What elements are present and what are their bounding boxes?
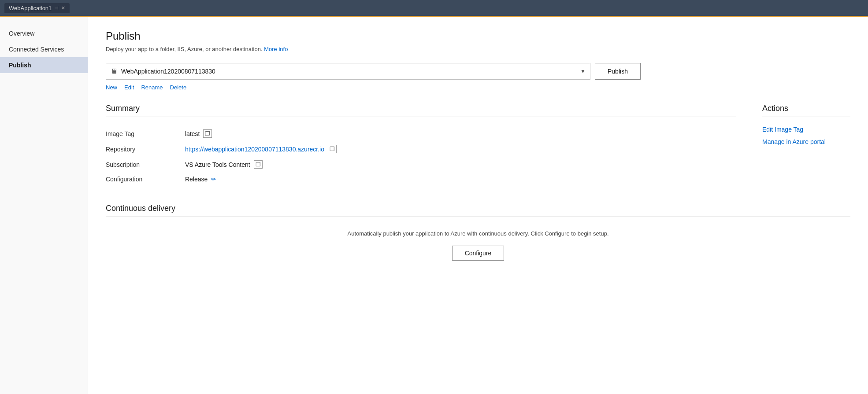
configure-button[interactable]: Configure	[452, 246, 504, 261]
summary-actions-row: Summary Image Tag latest ❐ Repository ht…	[106, 104, 850, 186]
delete-link[interactable]: Delete	[170, 84, 187, 91]
summary-section: Summary Image Tag latest ❐ Repository ht…	[106, 104, 736, 186]
more-info-link[interactable]: More info	[264, 46, 288, 52]
page-title: Publish	[106, 30, 850, 42]
manage-azure-portal-link[interactable]: Manage in Azure portal	[762, 138, 850, 145]
profile-select-value[interactable]: WebApplication120200807113830	[121, 68, 577, 75]
edit-image-tag-link[interactable]: Edit Image Tag	[762, 126, 850, 133]
close-icon[interactable]: ✕	[61, 5, 65, 11]
subscription-value: VS Azure Tools Content ❐	[185, 160, 263, 169]
continuous-delivery-title: Continuous delivery	[106, 204, 850, 213]
actions-section: Actions Edit Image Tag Manage in Azure p…	[762, 104, 850, 151]
image-tag-value: latest ❐	[185, 129, 212, 138]
continuous-delivery-section: Continuous delivery Automatically publis…	[106, 204, 850, 261]
subscription-copy-icon[interactable]: ❐	[254, 160, 263, 169]
title-bar: WebApplication1 ⊣ ✕	[0, 0, 868, 16]
new-link[interactable]: New	[106, 84, 117, 91]
image-tag-label: Image Tag	[106, 130, 176, 137]
summary-row-subscription: Subscription VS Azure Tools Content ❐	[106, 157, 736, 172]
configuration-value: Release ✏	[185, 176, 216, 183]
rename-link[interactable]: Rename	[141, 84, 163, 91]
summary-row-image-tag: Image Tag latest ❐	[106, 126, 736, 141]
summary-row-configuration: Configuration Release ✏	[106, 172, 736, 186]
continuous-delivery-divider	[106, 217, 850, 217]
sidebar: Overview Connected Services Publish	[0, 17, 88, 394]
sidebar-item-overview[interactable]: Overview	[0, 26, 88, 41]
pin-icon[interactable]: ⊣	[54, 5, 59, 11]
continuous-delivery-description: Automatically publish your application t…	[106, 230, 850, 237]
summary-row-repository: Repository https://webapplication1202008…	[106, 141, 736, 157]
repository-label: Repository	[106, 146, 176, 153]
sidebar-item-connected-services[interactable]: Connected Services	[0, 41, 88, 57]
configuration-label: Configuration	[106, 176, 176, 183]
configuration-edit-icon[interactable]: ✏	[211, 176, 216, 183]
profile-select-container[interactable]: 🖥 WebApplication120200807113830 ▼	[106, 63, 590, 80]
dropdown-arrow-icon: ▼	[580, 68, 586, 74]
page-subtitle: Deploy your app to a folder, IIS, Azure,…	[106, 46, 850, 52]
action-links: New Edit Rename Delete	[106, 84, 850, 91]
tab-title: WebApplication1	[9, 5, 52, 11]
title-tab[interactable]: WebApplication1 ⊣ ✕	[4, 3, 70, 13]
app-container: Overview Connected Services Publish Publ…	[0, 16, 868, 394]
image-tag-copy-icon[interactable]: ❐	[203, 129, 212, 138]
repository-copy-icon[interactable]: ❐	[328, 145, 337, 153]
profile-row: 🖥 WebApplication120200807113830 ▼ Publis…	[106, 63, 850, 80]
repository-value: https://webapplication120200807113830.az…	[185, 145, 337, 153]
subscription-label: Subscription	[106, 161, 176, 168]
main-content: Publish Deploy your app to a folder, IIS…	[88, 17, 868, 394]
profile-icon: 🖥	[111, 67, 118, 75]
summary-divider	[106, 117, 736, 117]
actions-divider	[762, 117, 850, 117]
sidebar-item-publish[interactable]: Publish	[0, 57, 88, 73]
publish-button[interactable]: Publish	[595, 63, 641, 80]
actions-title: Actions	[762, 104, 850, 113]
edit-link[interactable]: Edit	[124, 84, 134, 91]
repository-link[interactable]: https://webapplication120200807113830.az…	[185, 146, 324, 153]
summary-title: Summary	[106, 104, 736, 113]
